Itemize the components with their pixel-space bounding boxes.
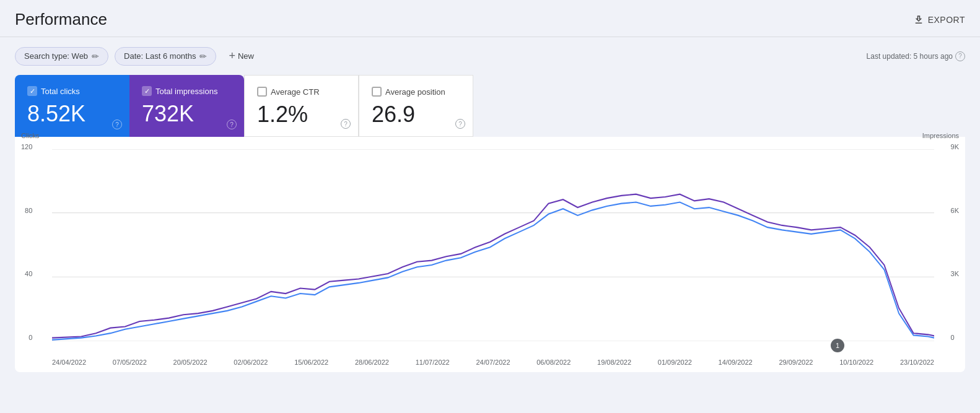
last-updated-info-icon[interactable]: ? [955,51,965,61]
edit-icon-date: ✏ [199,51,207,61]
y-right-axis: 9K 6K 3K 0 [951,143,959,341]
last-updated: Last updated: 5 hours ago ? [867,51,965,61]
x-label-5: 28/06/2022 [355,359,389,366]
x-label-12: 29/09/2022 [779,359,813,366]
date-filter[interactable]: Date: Last 6 months ✏ [115,47,216,66]
metric-ctr-value: 1.2% [257,102,346,128]
chart-area: Clicks Impressions 120 80 40 0 9K 6K 3K … [15,137,965,372]
export-button[interactable]: EXPORT [913,14,965,25]
x-label-0: 24/04/2022 [52,359,86,366]
metrics-row: Total clicks 8.52K ? Total impressions 7… [15,75,965,137]
clicks-help-icon[interactable]: ? [112,120,122,129]
metric-average-position[interactable]: Average position 26.9 ? [359,75,473,137]
metric-total-clicks[interactable]: Total clicks 8.52K ? [15,75,129,137]
x-label-2: 20/05/2022 [173,359,208,366]
x-label-7: 24/07/2022 [476,359,510,366]
metric-clicks-label: Total clicks [27,86,117,96]
y-right-label: Impressions [922,132,959,139]
clicks-checkbox [27,86,37,96]
x-label-4: 15/06/2022 [294,359,328,366]
impressions-line [52,194,934,338]
new-button[interactable]: + New [222,46,260,66]
x-label-10: 01/09/2022 [658,359,692,366]
plus-icon: + [229,50,235,63]
position-checkbox [372,87,382,97]
metric-total-impressions[interactable]: Total impressions 732K ? [129,75,244,137]
toolbar: Search type: Web ✏ Date: Last 6 months ✏… [0,37,980,75]
y-left-axis: 120 80 40 0 [21,143,32,341]
impressions-help-icon[interactable]: ? [227,120,237,129]
y-left-label: Clicks [21,132,39,139]
metric-impressions-value: 732K [142,101,232,127]
x-axis-labels: 24/04/2022 07/05/2022 20/05/2022 02/06/2… [52,359,934,366]
clicks-line [52,202,934,340]
x-label-1: 07/05/2022 [113,359,147,366]
x-label-13: 10/10/2022 [839,359,873,366]
metric-clicks-value: 8.52K [27,101,117,127]
annotation-dot-1[interactable]: 1 [831,339,844,352]
search-type-filter[interactable]: Search type: Web ✏ [15,47,108,66]
x-label-14: 23/10/2022 [900,359,934,366]
date-label: Date: Last 6 months [124,51,196,61]
edit-icon: ✏ [92,51,99,61]
metric-ctr-label: Average CTR [257,87,346,97]
metric-position-value: 26.9 [372,102,460,128]
impressions-checkbox [142,86,152,96]
new-label: New [238,51,254,61]
x-label-6: 11/07/2022 [416,359,450,366]
metric-position-label: Average position [372,87,460,97]
ctr-help-icon[interactable]: ? [341,119,351,129]
x-label-11: 14/09/2022 [719,359,753,366]
search-type-label: Search type: Web [24,51,88,61]
x-label-3: 02/06/2022 [234,359,268,366]
chart-svg-container [52,149,934,341]
x-label-8: 06/08/2022 [536,359,571,366]
page-title: Performance [15,10,107,29]
position-help-icon[interactable]: ? [455,119,465,129]
download-icon [913,14,924,25]
chart-svg [52,149,934,341]
x-label-9: 19/08/2022 [597,359,631,366]
ctr-checkbox [257,87,267,97]
page-header: Performance EXPORT [0,0,980,37]
metric-average-ctr[interactable]: Average CTR 1.2% ? [244,75,359,137]
metric-impressions-label: Total impressions [142,86,232,96]
